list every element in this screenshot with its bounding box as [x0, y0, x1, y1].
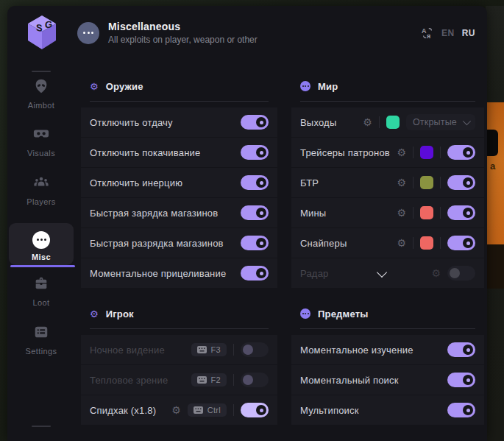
row-label: Тепловое зрение — [90, 375, 168, 386]
ellipsis-circle-icon — [32, 231, 50, 249]
toggle-knob — [256, 147, 266, 158]
toggle-switch[interactable] — [447, 145, 475, 160]
color-swatch[interactable] — [420, 236, 433, 250]
toggle-row-night-vision: Ночное видение F3 — [81, 335, 277, 364]
svg-text:я: я — [427, 32, 430, 40]
color-swatch[interactable] — [420, 206, 433, 219]
sidebar-item-label: Visuals — [9, 149, 74, 158]
toggle-row-no-inertia: Отключить инерцию — [81, 168, 277, 197]
toggle-switch[interactable] — [241, 373, 269, 387]
toggle-switch[interactable] — [241, 175, 269, 190]
color-swatch[interactable] — [420, 176, 433, 189]
sidebar-item-aimbot[interactable]: Aimbot — [9, 78, 74, 110]
gear-icon[interactable]: ⚙ — [397, 238, 406, 248]
gear-icon[interactable]: ⚙ — [397, 147, 406, 158]
lang-en-button[interactable]: EN — [441, 28, 455, 38]
toggle-switch[interactable] — [241, 115, 269, 130]
row-label: Спидхак (x1.8) — [90, 405, 156, 416]
briefcase-icon — [33, 275, 49, 292]
divider — [440, 237, 441, 249]
active-indicator — [10, 265, 75, 267]
game-backdrop-orange-panel — [486, 102, 504, 244]
toggle-knob — [243, 345, 253, 355]
row-label: Радар — [300, 268, 329, 279]
toggle-switch[interactable] — [447, 205, 475, 220]
divider — [413, 207, 414, 219]
divider — [440, 147, 441, 158]
toggle-switch[interactable] — [241, 403, 269, 417]
divider — [440, 207, 441, 219]
gear-icon[interactable]: ⚙ — [171, 405, 181, 415]
sidebar-item-misc[interactable]: Misc — [9, 223, 74, 265]
section-world: Мир Выходы ⚙ Открытые Трейсеры патронов — [291, 77, 484, 288]
toggle-switch[interactable] — [447, 373, 475, 387]
sidebar-item-visuals[interactable]: Visuals — [9, 126, 74, 158]
toggle-row-speedhack: Спидхак (x1.8) ⚙ Ctrl — [81, 395, 277, 425]
color-swatch[interactable] — [420, 146, 433, 159]
chevron-down-icon[interactable] — [377, 267, 387, 278]
toggle-row-mines: Мины ⚙ — [291, 198, 484, 227]
translate-icon: A я — [421, 27, 434, 40]
toggle-row-bullet-tracers: Трейсеры патронов ⚙ — [291, 138, 484, 167]
game-backdrop-shadow — [486, 244, 504, 289]
hotkey-badge[interactable]: Ctrl — [188, 403, 227, 417]
gear-icon[interactable]: ⚙ — [363, 117, 372, 127]
row-label: Выходы — [300, 117, 336, 128]
sidebar-item-players[interactable]: Players — [9, 174, 74, 206]
row-label: Мультипоиск — [300, 405, 359, 416]
dropdown-value: Открытые — [413, 117, 457, 127]
divider — [233, 374, 234, 386]
hotkey-badge[interactable]: F2 — [191, 373, 227, 387]
sidebar-item-settings[interactable]: Settings — [9, 324, 74, 356]
toggle-switch[interactable] — [447, 266, 475, 281]
row-label: БТР — [300, 177, 319, 188]
toggle-knob — [463, 238, 473, 248]
dropdown-row-exits: Выходы ⚙ Открытые — [291, 107, 484, 137]
exits-dropdown[interactable]: Открытые — [406, 114, 475, 130]
row-label: Моментальное изучение — [300, 345, 414, 356]
toggle-knob — [256, 208, 266, 218]
divider — [233, 404, 234, 416]
section-header: ⚙ Игрок — [81, 304, 277, 323]
sidebar-item-label: Aimbot — [9, 101, 74, 110]
cheat-menu-window: S G Miscellaneous All exploits on player… — [7, 6, 487, 441]
toggle-knob — [243, 375, 253, 385]
sidebar-item-label: Settings — [9, 347, 74, 356]
sidebar-divider-bottom — [32, 426, 51, 427]
sidebar-item-loot[interactable]: Loot — [9, 275, 74, 307]
toggle-row-instant-research: Моментальное изучение — [291, 335, 484, 364]
ellipsis-bubble-icon — [300, 81, 310, 91]
gear-icon[interactable]: ⚙ — [431, 268, 441, 278]
sidebar-divider — [32, 71, 51, 72]
toggle-switch[interactable] — [447, 236, 475, 250]
toggle-row-fast-reload: Быстрая зарядка магазинов — [81, 198, 277, 227]
divider — [413, 147, 414, 158]
section-title: Оружие — [106, 81, 143, 92]
toggle-switch[interactable] — [447, 175, 475, 190]
toggle-knob — [256, 268, 266, 278]
language-switcher: A я EN RU — [421, 27, 475, 40]
hotkey-badge[interactable]: F3 — [191, 343, 227, 356]
row-label: Отключить инерцию — [90, 177, 182, 188]
toggle-switch[interactable] — [447, 342, 475, 357]
ellipsis-bubble-icon — [300, 308, 310, 319]
toggle-switch[interactable] — [447, 403, 475, 417]
page-header: Miscellaneous All exploits on player, we… — [77, 21, 258, 45]
toggle-switch[interactable] — [241, 205, 269, 220]
row-label: Трейсеры патронов — [300, 147, 390, 158]
toggle-switch[interactable] — [241, 342, 269, 357]
gear-icon[interactable]: ⚙ — [397, 208, 406, 218]
vr-goggles-icon — [33, 126, 49, 142]
toggle-row-no-sway: Отключить покачивание — [81, 138, 277, 167]
toggle-knob — [463, 177, 473, 188]
lang-ru-button[interactable]: RU — [462, 28, 475, 38]
color-swatch[interactable] — [386, 116, 400, 129]
divider — [233, 344, 234, 356]
toggle-switch[interactable] — [241, 145, 269, 160]
gear-icon[interactable]: ⚙ — [397, 177, 406, 188]
toggle-knob — [256, 177, 266, 188]
svg-text:A: A — [422, 27, 427, 35]
toggle-switch[interactable] — [241, 266, 269, 281]
toggle-row-instant-loot: Моментальный поиск — [291, 365, 484, 395]
toggle-switch[interactable] — [241, 236, 269, 250]
